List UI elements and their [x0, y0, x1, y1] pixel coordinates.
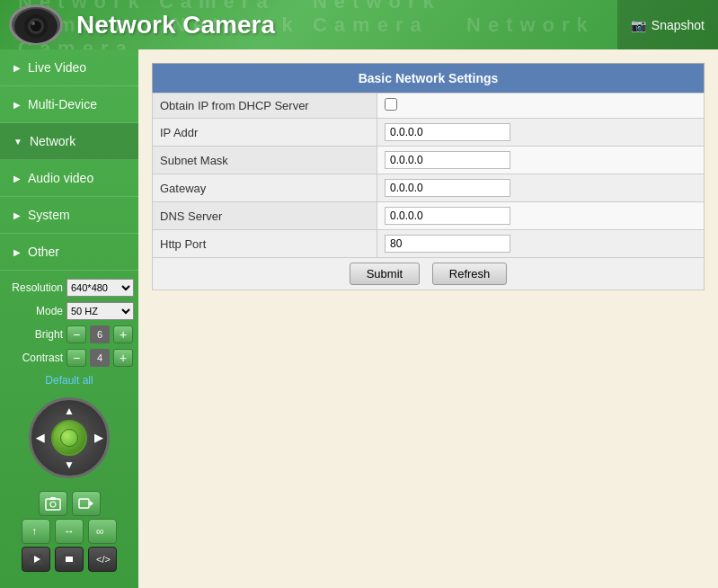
row-value-http-port [377, 230, 705, 258]
submit-button[interactable]: Submit [350, 263, 420, 285]
http-port-input[interactable] [385, 235, 510, 253]
default-all-link[interactable]: Default all [4, 371, 134, 389]
table-row: Obtain IP from DHCP Server [153, 94, 705, 119]
icon-row-1 [9, 491, 129, 516]
svg-rect-8 [79, 499, 89, 508]
nav-arrow-audio-video: ▶ [13, 174, 21, 183]
sidebar-item-live-video[interactable]: ▶ Live Video [0, 49, 138, 86]
row-label-gateway: Gateway [153, 174, 377, 202]
row-label-dhcp: Obtain IP from DHCP Server [153, 94, 377, 119]
controls-panel: Resolution 640*480 320*240 160*120 Mode … [0, 271, 138, 588]
row-value-subnet [377, 147, 705, 174]
bright-row: Bright − 6 + [4, 325, 134, 344]
svg-marker-9 [90, 501, 93, 506]
icon-btn-code[interactable]: </> [88, 547, 117, 572]
svg-text:↔: ↔ [64, 525, 75, 538]
sidebar-item-multi-device[interactable]: ▶ Multi-Device [0, 86, 138, 123]
contrast-increase-button[interactable]: + [113, 349, 133, 367]
nav-arrow-network: ▼ [13, 137, 22, 147]
sidebar-item-network[interactable]: ▼ Network [0, 123, 138, 160]
settings-table: Basic Network Settings Obtain IP from DH… [152, 63, 705, 290]
row-value-dhcp [377, 94, 705, 119]
svg-rect-16 [66, 557, 73, 562]
row-value-gateway [377, 174, 705, 202]
icon-btn-stop[interactable] [55, 547, 84, 572]
joystick-center[interactable] [51, 420, 87, 456]
subnet-mask-input[interactable] [385, 151, 510, 169]
resolution-row: Resolution 640*480 320*240 160*120 [4, 278, 134, 298]
nav-arrow-multi-device: ▶ [13, 100, 21, 110]
joystick-up-arrow[interactable]: ▲ [64, 405, 75, 417]
camera-logo [9, 4, 63, 45]
table-row: IP Addr [153, 119, 705, 147]
contrast-value: 4 [90, 349, 110, 367]
bright-value: 6 [90, 325, 110, 343]
joystick-inner [60, 429, 78, 447]
camera-icon: 📷 [631, 18, 646, 32]
icon-row-2: ↑ ↔ ∞ [9, 519, 129, 544]
sidebar: ▶ Live Video ▶ Multi-Device ▼ Network ▶ … [0, 49, 138, 588]
icon-btn-record[interactable] [72, 491, 101, 516]
row-label-http-port: Http Port [153, 230, 377, 258]
sidebar-item-audio-video[interactable]: ▶ Audio video [0, 160, 138, 197]
row-value-dns [377, 202, 705, 230]
table-row: Http Port [153, 230, 705, 258]
row-value-ip [377, 119, 705, 147]
refresh-button[interactable]: Refresh [432, 263, 508, 285]
main-layout: ▶ Live Video ▶ Multi-Device ▼ Network ▶ … [0, 49, 718, 588]
ip-addr-input[interactable] [385, 123, 510, 141]
main-content: Basic Network Settings Obtain IP from DH… [138, 49, 718, 588]
icon-btn-play[interactable] [22, 547, 50, 572]
nav-arrow-system: ▶ [13, 210, 21, 220]
contrast-row: Contrast − 4 + [4, 348, 134, 368]
joystick-container: ▲ ▼ ◀ ▶ [4, 393, 134, 483]
gateway-input[interactable] [385, 179, 510, 197]
icon-row-3: </> [9, 547, 129, 572]
icon-buttons-panel: ↑ ↔ ∞ </> [4, 486, 134, 576]
icon-btn-up[interactable]: ↑ [22, 519, 50, 544]
contrast-decrease-button[interactable]: − [66, 349, 86, 367]
nav-arrow-other: ▶ [13, 247, 21, 257]
app-title: Network Camera [76, 11, 275, 40]
joystick-right-arrow[interactable]: ▶ [94, 432, 102, 444]
form-actions-cell: Submit Refresh [153, 258, 705, 290]
svg-rect-5 [46, 499, 60, 510]
dns-server-input[interactable] [385, 207, 510, 225]
svg-text:↑: ↑ [31, 525, 37, 538]
icon-btn-link[interactable]: ∞ [88, 519, 117, 544]
sidebar-item-other[interactable]: ▶ Other [0, 234, 138, 271]
table-row: Gateway [153, 174, 705, 202]
table-title: Basic Network Settings [153, 64, 705, 94]
joystick-left-arrow[interactable]: ◀ [36, 432, 44, 444]
snapshot-button[interactable]: 📷 Snapshot [617, 0, 718, 49]
app-header: Network Camera Network Camera Network Ca… [0, 0, 718, 49]
icon-btn-horiz[interactable]: ↔ [55, 519, 84, 544]
svg-point-4 [31, 22, 35, 25]
resolution-select[interactable]: 640*480 320*240 160*120 [66, 279, 134, 297]
joystick-down-arrow[interactable]: ▼ [64, 459, 75, 471]
mode-row: Mode 50 HZ 60 HZ [4, 301, 134, 321]
bright-increase-button[interactable]: + [113, 325, 133, 343]
row-label-ip: IP Addr [153, 119, 377, 147]
row-label-dns: DNS Server [153, 202, 377, 230]
table-row: Subnet Mask [153, 147, 705, 174]
icon-btn-photo[interactable] [39, 491, 67, 516]
form-actions-row: Submit Refresh [153, 258, 705, 290]
joystick[interactable]: ▲ ▼ ◀ ▶ [29, 397, 110, 478]
table-row: DNS Server [153, 202, 705, 230]
svg-point-6 [50, 502, 56, 507]
mode-select[interactable]: 50 HZ 60 HZ [66, 302, 134, 320]
svg-text:</>: </> [96, 554, 111, 565]
dhcp-checkbox[interactable] [385, 98, 397, 111]
svg-text:∞: ∞ [96, 525, 104, 538]
nav-arrow-live-video: ▶ [13, 63, 21, 73]
sidebar-item-system[interactable]: ▶ System [0, 197, 138, 234]
bright-decrease-button[interactable]: − [66, 325, 86, 343]
row-label-subnet: Subnet Mask [153, 147, 377, 174]
svg-rect-7 [50, 497, 56, 500]
